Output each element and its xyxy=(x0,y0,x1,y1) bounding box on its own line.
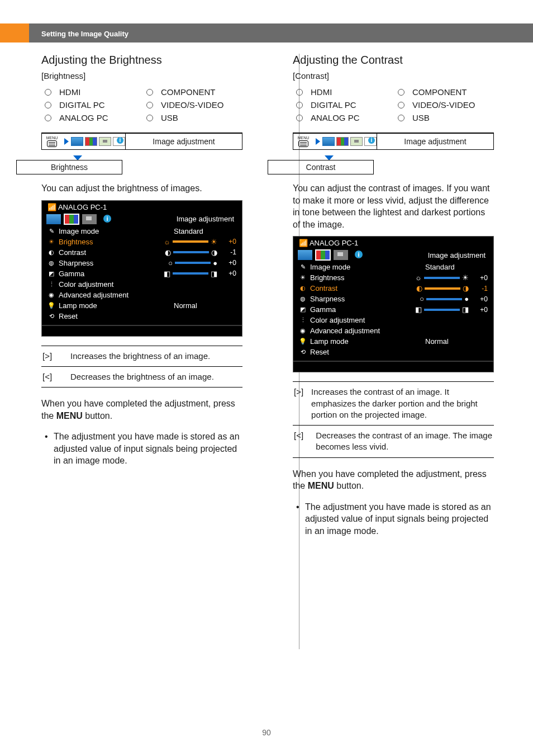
menu-button-icon: MENU xyxy=(293,136,313,147)
breadcrumb: Setting the Image Quality xyxy=(41,29,492,39)
osd-tab-icon xyxy=(316,250,330,260)
osd-slider: ○●+0 xyxy=(397,295,488,303)
radio-icon xyxy=(45,115,51,121)
radio-icon xyxy=(146,102,153,108)
right-column: Adjusting the Contrast [Contrast] HDMI C… xyxy=(293,54,494,537)
osd-screenshot: 📶 ANALOG PC-1 Image adjustment ✎Image mo… xyxy=(293,236,494,372)
breadcrumb-text: Setting the Image Quality xyxy=(41,30,129,38)
page-number: 90 xyxy=(0,728,533,737)
closing-text: When you have completed the adjustment, … xyxy=(293,468,494,492)
radio-analog-pc: ANALOG PC xyxy=(45,113,141,122)
nav-arrow-wrapper: Brightness xyxy=(41,155,114,174)
radio-icon xyxy=(398,115,404,121)
osd-row: ◩Gamma◧◨+0 xyxy=(42,268,242,279)
osd-row: ☀Brightness☼☀+0 xyxy=(293,272,493,283)
osd-row: ◍Sharpness○●+0 xyxy=(293,294,493,304)
reset-icon: ⟲ xyxy=(299,348,307,356)
brightness-icon: ☀ xyxy=(47,238,55,245)
radio-icon xyxy=(296,89,303,96)
source-options: HDMI COMPONENT DIGITAL PC VIDEO/S-VIDEO … xyxy=(296,87,494,122)
osd-row: ◐Contrast◐◑-1 xyxy=(293,283,493,294)
closing-text: When you have completed the adjustment, … xyxy=(41,398,242,422)
osd-tab-icon xyxy=(64,214,79,224)
radio-icon xyxy=(398,102,404,108)
osd-tabs: Image adjustment xyxy=(293,248,493,262)
osd-tab-icon xyxy=(351,250,366,260)
osd-source: 📶 ANALOG PC-1 xyxy=(293,237,493,248)
radio-digital-pc: DIGITAL PC xyxy=(45,100,141,110)
section-title: Adjusting the Contrast xyxy=(293,54,494,67)
radio-digital-pc: DIGITAL PC xyxy=(296,100,392,110)
radio-component: COMPONENT xyxy=(146,87,242,97)
radio-icon xyxy=(296,102,303,108)
nav-bottom-row: Brightness xyxy=(41,155,242,174)
section-title: Adjusting the Brightness xyxy=(41,54,242,67)
arrow-right-icon xyxy=(64,138,69,145)
radio-icon xyxy=(398,89,404,96)
osd-row: ⋮Color adjustment xyxy=(293,315,493,325)
osd-slider: ☼☀+0 xyxy=(146,238,236,246)
osd-screenshot: 📶 ANALOG PC-1 Image adjustment ✎Image mo… xyxy=(41,200,242,337)
radio-usb: USB xyxy=(398,113,494,122)
sharpness-icon: ◍ xyxy=(299,295,307,303)
radio-icon xyxy=(45,102,51,108)
tab-icon xyxy=(113,137,125,146)
nav-diagram: MENU Image adjustment xyxy=(293,133,494,150)
bullet-item: The adjustment you have made is stored a… xyxy=(296,501,494,537)
radio-component: COMPONENT xyxy=(398,87,494,97)
osd-row: ⟲Reset xyxy=(293,347,493,357)
tab-icon xyxy=(322,137,335,146)
nav-sub-label: Contrast xyxy=(268,160,374,174)
color-adjust-icon: ⋮ xyxy=(299,316,307,324)
sharpness-icon: ◍ xyxy=(47,259,55,267)
mini-tabs xyxy=(71,137,125,146)
source-options: HDMI COMPONENT DIGITAL PC VIDEO/S-VIDEO … xyxy=(45,87,242,122)
lamp-icon: 💡 xyxy=(299,338,307,346)
bullet-item: The adjustment you have made is stored a… xyxy=(45,431,242,467)
osd-tab-icon xyxy=(100,214,115,224)
key-row: [<]Decreases the brightness of an image. xyxy=(41,367,242,388)
osd-slider: ◧◨+0 xyxy=(397,305,488,314)
description: You can adjust the brightness of images. xyxy=(41,182,242,195)
osd-slider: ☼☀+0 xyxy=(397,273,488,282)
osd-slider: ◧◨+0 xyxy=(146,270,236,278)
mini-tabs xyxy=(322,137,377,146)
osd-slider: ◐◑-1 xyxy=(397,284,488,292)
tab-icon xyxy=(71,137,83,146)
advanced-icon: ◉ xyxy=(47,291,55,299)
osd-tabs: Image adjustment xyxy=(42,212,242,226)
description: You can adjust the contrast of images. I… xyxy=(293,182,494,230)
osd-tab-icon xyxy=(82,214,97,224)
radio-video-svideo: VIDEO/S-VIDEO xyxy=(398,100,494,110)
section-subhead: [Brightness] xyxy=(41,71,242,81)
osd-row: ⟲Reset xyxy=(42,311,242,322)
osd-source: 📶 ANALOG PC-1 xyxy=(42,201,242,212)
color-adjust-icon: ⋮ xyxy=(47,280,55,288)
osd-tab-icon xyxy=(46,214,61,224)
key-row: [<]Decreases the contrast of an image. T… xyxy=(293,426,494,458)
contrast-icon: ◐ xyxy=(299,285,307,292)
left-column: Adjusting the Brightness [Brightness] HD… xyxy=(41,54,242,537)
osd-tab-title: Image adjustment xyxy=(118,215,237,223)
contrast-icon: ◐ xyxy=(47,248,55,256)
osd-slider: ○●+0 xyxy=(146,259,236,267)
lamp-icon: 💡 xyxy=(47,301,55,309)
tab-icon xyxy=(364,137,377,146)
osd-footer xyxy=(42,325,242,336)
nav-sub-label: Brightness xyxy=(16,160,122,174)
nav-top-row: MENU Image adjustment xyxy=(293,134,493,149)
reset-icon: ⟲ xyxy=(47,312,55,320)
osd-row: ☀Brightness☼☀+0 xyxy=(42,237,242,247)
osd-row: ◉Advanced adjustment xyxy=(42,290,242,300)
osd-slider: ◐◑-1 xyxy=(146,248,236,257)
osd-row: 💡Lamp modeNormal xyxy=(42,300,242,311)
osd-footer xyxy=(293,361,493,372)
advanced-icon: ◉ xyxy=(299,327,307,335)
nav-arrow-wrapper: Contrast xyxy=(293,155,365,174)
radio-hdmi: HDMI xyxy=(296,87,392,97)
osd-row: ✎Image modeStandard xyxy=(42,226,242,237)
osd-tab-icon xyxy=(298,250,312,260)
accent-strip xyxy=(0,23,29,42)
tab-icon xyxy=(350,137,363,146)
radio-icon xyxy=(146,115,153,121)
